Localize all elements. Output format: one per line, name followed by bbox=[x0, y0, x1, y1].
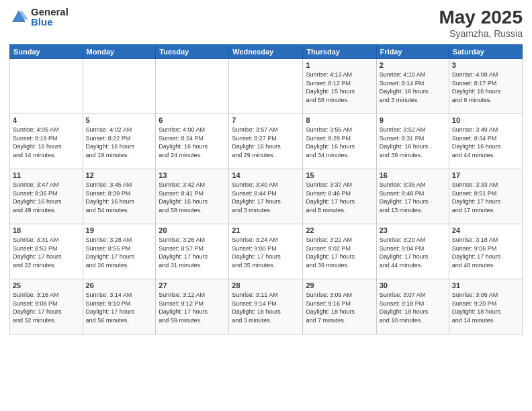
cell-w4-d5: 23Sunrise: 3:20 AM Sunset: 9:04 PM Dayli… bbox=[376, 224, 449, 279]
day-number-26: 26 bbox=[86, 281, 153, 289]
day-info-4: Sunrise: 4:05 AM Sunset: 8:19 PM Dayligh… bbox=[13, 126, 80, 159]
day-info-15: Sunrise: 3:37 AM Sunset: 8:46 PM Dayligh… bbox=[306, 181, 373, 214]
day-info-1: Sunrise: 4:13 AM Sunset: 8:12 PM Dayligh… bbox=[306, 71, 373, 104]
header: General Blue May 2025 Syamzha, Russia bbox=[9, 7, 523, 39]
day-info-8: Sunrise: 3:55 AM Sunset: 8:29 PM Dayligh… bbox=[306, 126, 373, 159]
cell-w3-d4: 15Sunrise: 3:37 AM Sunset: 8:46 PM Dayli… bbox=[303, 169, 376, 224]
col-monday: Monday bbox=[83, 45, 156, 59]
day-info-21: Sunrise: 3:24 AM Sunset: 9:00 PM Dayligh… bbox=[232, 236, 300, 269]
cell-w2-d4: 8Sunrise: 3:55 AM Sunset: 8:29 PM Daylig… bbox=[303, 114, 376, 169]
day-number-5: 5 bbox=[86, 116, 153, 124]
day-info-3: Sunrise: 4:08 AM Sunset: 8:17 PM Dayligh… bbox=[452, 71, 519, 104]
day-number-31: 31 bbox=[452, 281, 519, 289]
col-sunday: Sunday bbox=[10, 45, 83, 59]
week-row-5: 25Sunrise: 3:16 AM Sunset: 9:08 PM Dayli… bbox=[10, 279, 523, 334]
cell-w3-d3: 14Sunrise: 3:40 AM Sunset: 8:44 PM Dayli… bbox=[229, 169, 303, 224]
cell-w5-d1: 26Sunrise: 3:14 AM Sunset: 9:10 PM Dayli… bbox=[83, 279, 156, 334]
cell-w5-d6: 31Sunrise: 3:06 AM Sunset: 9:20 PM Dayli… bbox=[449, 279, 522, 334]
cell-w5-d5: 30Sunrise: 3:07 AM Sunset: 9:18 PM Dayli… bbox=[376, 279, 449, 334]
logo-blue-text: Blue bbox=[31, 17, 69, 27]
day-info-18: Sunrise: 3:31 AM Sunset: 8:53 PM Dayligh… bbox=[13, 236, 80, 269]
day-number-19: 19 bbox=[86, 226, 153, 234]
day-info-11: Sunrise: 3:47 AM Sunset: 8:36 PM Dayligh… bbox=[13, 181, 80, 214]
day-info-7: Sunrise: 3:57 AM Sunset: 8:27 PM Dayligh… bbox=[232, 126, 300, 159]
cell-w2-d6: 10Sunrise: 3:49 AM Sunset: 8:34 PM Dayli… bbox=[449, 114, 522, 169]
cell-w1-d2 bbox=[156, 59, 229, 114]
day-info-29: Sunrise: 3:09 AM Sunset: 9:16 PM Dayligh… bbox=[306, 291, 373, 324]
cell-w1-d3 bbox=[229, 59, 303, 114]
day-number-4: 4 bbox=[13, 116, 80, 124]
day-number-24: 24 bbox=[452, 226, 519, 234]
day-number-22: 22 bbox=[306, 226, 373, 234]
week-row-2: 4Sunrise: 4:05 AM Sunset: 8:19 PM Daylig… bbox=[10, 114, 523, 169]
day-number-18: 18 bbox=[13, 226, 80, 234]
cell-w3-d0: 11Sunrise: 3:47 AM Sunset: 8:36 PM Dayli… bbox=[10, 169, 83, 224]
col-saturday: Saturday bbox=[449, 45, 522, 59]
col-tuesday: Tuesday bbox=[156, 45, 229, 59]
calendar-header: Sunday Monday Tuesday Wednesday Thursday… bbox=[10, 45, 523, 59]
day-number-21: 21 bbox=[232, 226, 300, 234]
day-number-30: 30 bbox=[380, 281, 446, 289]
day-number-7: 7 bbox=[232, 116, 300, 124]
logo-general-text: General bbox=[31, 7, 69, 17]
day-number-27: 27 bbox=[159, 281, 226, 289]
day-number-1: 1 bbox=[306, 61, 373, 69]
cell-w5-d3: 28Sunrise: 3:11 AM Sunset: 9:14 PM Dayli… bbox=[229, 279, 303, 334]
cell-w2-d3: 7Sunrise: 3:57 AM Sunset: 8:27 PM Daylig… bbox=[229, 114, 303, 169]
day-number-11: 11 bbox=[13, 171, 80, 179]
cell-w1-d0 bbox=[10, 59, 83, 114]
cell-w5-d0: 25Sunrise: 3:16 AM Sunset: 9:08 PM Dayli… bbox=[10, 279, 83, 334]
col-friday: Friday bbox=[376, 45, 449, 59]
day-info-27: Sunrise: 3:12 AM Sunset: 9:12 PM Dayligh… bbox=[159, 291, 226, 324]
cell-w4-d6: 24Sunrise: 3:18 AM Sunset: 9:06 PM Dayli… bbox=[449, 224, 522, 279]
day-info-14: Sunrise: 3:40 AM Sunset: 8:44 PM Dayligh… bbox=[232, 181, 300, 214]
day-info-6: Sunrise: 4:00 AM Sunset: 8:24 PM Dayligh… bbox=[159, 126, 226, 159]
day-info-26: Sunrise: 3:14 AM Sunset: 9:10 PM Dayligh… bbox=[86, 291, 153, 324]
day-info-23: Sunrise: 3:20 AM Sunset: 9:04 PM Dayligh… bbox=[380, 236, 446, 269]
cell-w3-d5: 16Sunrise: 3:35 AM Sunset: 8:48 PM Dayli… bbox=[376, 169, 449, 224]
day-info-10: Sunrise: 3:49 AM Sunset: 8:34 PM Dayligh… bbox=[452, 126, 519, 159]
day-info-22: Sunrise: 3:22 AM Sunset: 9:02 PM Dayligh… bbox=[306, 236, 373, 269]
day-number-3: 3 bbox=[452, 61, 519, 69]
page: General Blue May 2025 Syamzha, Russia Su… bbox=[0, 0, 532, 411]
day-info-24: Sunrise: 3:18 AM Sunset: 9:06 PM Dayligh… bbox=[452, 236, 519, 269]
cell-w4-d4: 22Sunrise: 3:22 AM Sunset: 9:02 PM Dayli… bbox=[303, 224, 376, 279]
week-row-3: 11Sunrise: 3:47 AM Sunset: 8:36 PM Dayli… bbox=[10, 169, 523, 224]
day-number-16: 16 bbox=[380, 171, 446, 179]
title-month: May 2025 bbox=[439, 7, 523, 28]
day-info-12: Sunrise: 3:45 AM Sunset: 8:39 PM Dayligh… bbox=[86, 181, 153, 214]
day-number-10: 10 bbox=[452, 116, 519, 124]
day-number-2: 2 bbox=[380, 61, 446, 69]
day-number-14: 14 bbox=[232, 171, 300, 179]
cell-w3-d6: 17Sunrise: 3:33 AM Sunset: 8:51 PM Dayli… bbox=[449, 169, 522, 224]
title-block: May 2025 Syamzha, Russia bbox=[439, 7, 523, 39]
cell-w3-d2: 13Sunrise: 3:42 AM Sunset: 8:41 PM Dayli… bbox=[156, 169, 229, 224]
cell-w1-d5: 2Sunrise: 4:10 AM Sunset: 8:14 PM Daylig… bbox=[376, 59, 449, 114]
day-number-28: 28 bbox=[232, 281, 300, 289]
day-info-20: Sunrise: 3:26 AM Sunset: 8:57 PM Dayligh… bbox=[159, 236, 226, 269]
day-number-29: 29 bbox=[306, 281, 373, 289]
day-info-16: Sunrise: 3:35 AM Sunset: 8:48 PM Dayligh… bbox=[380, 181, 446, 214]
day-info-19: Sunrise: 3:28 AM Sunset: 8:55 PM Dayligh… bbox=[86, 236, 153, 269]
day-number-8: 8 bbox=[306, 116, 373, 124]
day-info-28: Sunrise: 3:11 AM Sunset: 9:14 PM Dayligh… bbox=[232, 291, 300, 324]
day-number-6: 6 bbox=[159, 116, 226, 124]
day-number-13: 13 bbox=[159, 171, 226, 179]
week-row-4: 18Sunrise: 3:31 AM Sunset: 8:53 PM Dayli… bbox=[10, 224, 523, 279]
title-location: Syamzha, Russia bbox=[439, 28, 523, 39]
day-number-15: 15 bbox=[306, 171, 373, 179]
logo-text: General Blue bbox=[31, 7, 69, 27]
cell-w4-d1: 19Sunrise: 3:28 AM Sunset: 8:55 PM Dayli… bbox=[83, 224, 156, 279]
col-thursday: Thursday bbox=[303, 45, 376, 59]
day-number-9: 9 bbox=[380, 116, 446, 124]
day-info-25: Sunrise: 3:16 AM Sunset: 9:08 PM Dayligh… bbox=[13, 291, 80, 324]
day-info-30: Sunrise: 3:07 AM Sunset: 9:18 PM Dayligh… bbox=[380, 291, 446, 324]
cell-w1-d1 bbox=[83, 59, 156, 114]
cell-w4-d2: 20Sunrise: 3:26 AM Sunset: 8:57 PM Dayli… bbox=[156, 224, 229, 279]
day-number-17: 17 bbox=[452, 171, 519, 179]
day-info-31: Sunrise: 3:06 AM Sunset: 9:20 PM Dayligh… bbox=[452, 291, 519, 324]
day-info-2: Sunrise: 4:10 AM Sunset: 8:14 PM Dayligh… bbox=[380, 71, 446, 104]
logo-icon bbox=[9, 7, 28, 26]
day-info-13: Sunrise: 3:42 AM Sunset: 8:41 PM Dayligh… bbox=[159, 181, 226, 214]
day-number-20: 20 bbox=[159, 226, 226, 234]
